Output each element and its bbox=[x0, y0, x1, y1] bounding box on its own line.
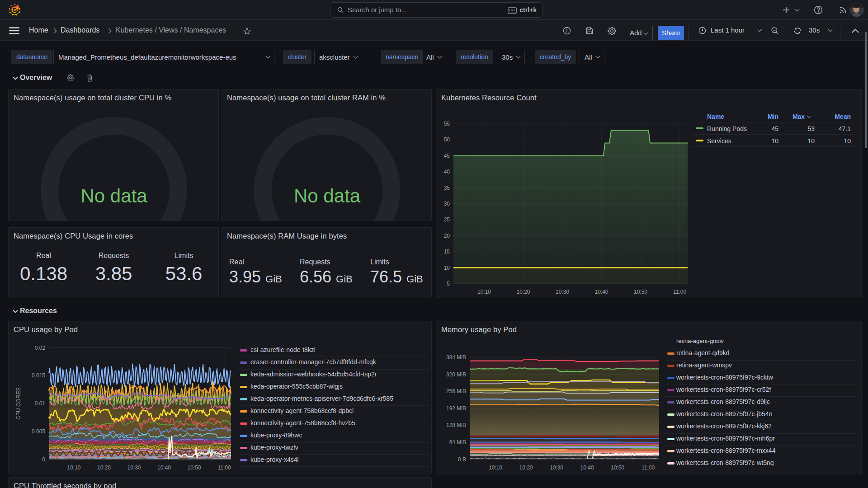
svg-text:45: 45 bbox=[444, 153, 450, 159]
svg-text:11:00: 11:00 bbox=[673, 289, 686, 295]
svg-text:10:20: 10:20 bbox=[516, 289, 530, 295]
svg-text:64 MiB: 64 MiB bbox=[449, 439, 466, 446]
svg-text:0.005: 0.005 bbox=[32, 428, 45, 435]
svg-text:10:50: 10:50 bbox=[611, 465, 624, 471]
svg-text:128 MiB: 128 MiB bbox=[446, 422, 466, 428]
svg-text:5: 5 bbox=[447, 281, 450, 287]
svg-text:55: 55 bbox=[444, 121, 450, 127]
svg-text:0 B: 0 B bbox=[458, 456, 466, 463]
svg-text:0: 0 bbox=[42, 456, 45, 463]
svg-text:10:10: 10:10 bbox=[477, 289, 491, 295]
svg-text:10:40: 10:40 bbox=[157, 465, 171, 471]
svg-text:10: 10 bbox=[444, 265, 450, 271]
svg-text:256 MiB: 256 MiB bbox=[446, 388, 466, 394]
svg-text:10:30: 10:30 bbox=[127, 465, 141, 471]
svg-text:20: 20 bbox=[444, 233, 450, 239]
svg-text:320 MiB: 320 MiB bbox=[446, 371, 466, 378]
svg-text:10:50: 10:50 bbox=[634, 289, 647, 295]
svg-text:0.01: 0.01 bbox=[35, 400, 46, 407]
svg-text:10:50: 10:50 bbox=[187, 465, 201, 471]
svg-text:0.015: 0.015 bbox=[32, 372, 45, 379]
svg-text:10:10: 10:10 bbox=[489, 465, 502, 471]
svg-text:35: 35 bbox=[444, 185, 450, 191]
svg-text:10:20: 10:20 bbox=[519, 465, 533, 471]
svg-text:25: 25 bbox=[444, 216, 450, 223]
svg-text:11:00: 11:00 bbox=[217, 465, 231, 471]
svg-text:10:40: 10:40 bbox=[580, 465, 594, 471]
svg-text:40: 40 bbox=[444, 169, 450, 175]
svg-text:10:40: 10:40 bbox=[594, 289, 608, 295]
svg-text:CPU CORES: CPU CORES bbox=[15, 387, 22, 419]
svg-text:50: 50 bbox=[444, 136, 450, 143]
svg-text:30: 30 bbox=[444, 201, 450, 207]
svg-text:11:00: 11:00 bbox=[642, 465, 655, 471]
svg-text:0.02: 0.02 bbox=[35, 345, 46, 351]
svg-text:15: 15 bbox=[444, 249, 450, 255]
svg-text:10:30: 10:30 bbox=[550, 465, 563, 471]
svg-text:384 MiB: 384 MiB bbox=[446, 354, 466, 361]
svg-text:10:20: 10:20 bbox=[97, 465, 111, 471]
svg-text:10:30: 10:30 bbox=[556, 289, 569, 295]
svg-text:10:10: 10:10 bbox=[67, 465, 80, 471]
svg-text:192 MiB: 192 MiB bbox=[446, 405, 466, 412]
